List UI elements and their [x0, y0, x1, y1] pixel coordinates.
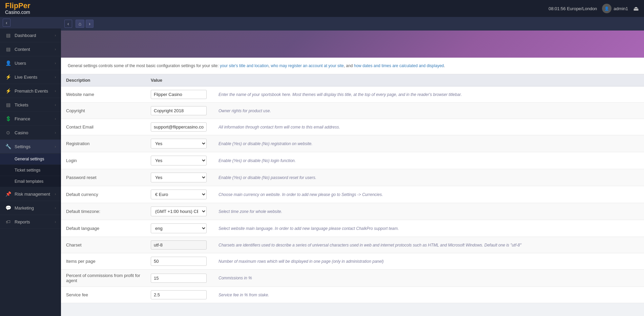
sidebar-label-prematch: Prematch Events — [15, 88, 48, 94]
row-value-1[interactable] — [146, 103, 213, 119]
avatar: 👤 — [602, 4, 611, 13]
row-hint-4: Enable (Yes) or disable (No) login funct… — [213, 152, 644, 169]
row-hint-5: Enable (Yes) or disable (No) password re… — [213, 169, 644, 186]
header-time: 08:01:56 Europe/London — [548, 6, 597, 11]
row-hint-2: All information through contact form wil… — [213, 119, 644, 135]
breadcrumb-collapse-btn[interactable]: ‹ — [64, 20, 72, 28]
content-area: General settings controls some of the mo… — [61, 58, 644, 303]
row-value-9[interactable] — [146, 237, 213, 253]
row-hint-11: Commissions in % — [213, 270, 644, 287]
select-7[interactable]: (GMT +1:00 hours) CET(Cent — [151, 206, 207, 216]
sidebar-item-content[interactable]: ▤ Content › — [0, 42, 61, 56]
row-value-2[interactable] — [146, 119, 213, 135]
table-row: Default timezone:(GMT +1:00 hours) CET(C… — [61, 203, 644, 220]
table-row: Contact EmailAll information through con… — [61, 119, 644, 135]
select-8[interactable]: engdefr — [151, 223, 207, 233]
sidebar-item-risk-management[interactable]: 📌 Risk management › — [0, 187, 61, 201]
row-value-11[interactable] — [146, 270, 213, 287]
input-2[interactable] — [151, 122, 207, 132]
row-value-6[interactable]: € Euro$ USD£ GBP — [146, 186, 213, 203]
row-value-10[interactable] — [146, 253, 213, 270]
row-description-3: Registration — [61, 135, 146, 152]
sidebar-label-marketing: Marketing — [15, 205, 34, 211]
sidebar-nav: ▤ Dashboard › ▤ Content › 👤 Users › — [0, 28, 61, 316]
select-4[interactable]: YesNo — [151, 156, 207, 165]
main-content: ‹ ⌂ › General settings controls some of … — [61, 17, 644, 316]
row-value-8[interactable]: engdefr — [146, 220, 213, 237]
select-3[interactable]: YesNo — [151, 139, 207, 149]
sidebar-item-settings[interactable]: 🔧 Settings › — [0, 140, 61, 154]
body-wrap: ‹ ▤ Dashboard › ▤ Content › — [0, 17, 644, 316]
sidebar: ‹ ▤ Dashboard › ▤ Content › — [0, 17, 61, 316]
table-row: Website nameEnter the name of your sport… — [61, 86, 644, 103]
input-12[interactable] — [151, 290, 207, 299]
table-row: Default languageengdefrSelect website ma… — [61, 220, 644, 237]
input-1[interactable] — [151, 106, 207, 115]
breadcrumb-forward-btn[interactable]: › — [86, 20, 94, 28]
row-hint-6: Choose main currency on website. In orde… — [213, 186, 644, 203]
intro-link-title[interactable]: your site's title and location — [220, 63, 269, 68]
row-hint-12: Service fee in % from stake. — [213, 287, 644, 303]
sidebar-item-reports[interactable]: 🏷 Reports › — [0, 215, 61, 229]
logo: FlipPer Casino.com — [5, 2, 30, 15]
sidebar-item-tickets[interactable]: ▤ Tickets › — [0, 98, 61, 112]
sidebar-label-tickets: Tickets — [15, 102, 28, 107]
sidebar-collapse-btn[interactable]: ‹ — [3, 19, 11, 27]
input-9[interactable] — [151, 240, 207, 250]
header-user: 👤 admin1 — [602, 4, 628, 13]
sidebar-subitem-ticket-settings[interactable]: Ticket settings — [0, 165, 61, 176]
input-11[interactable] — [151, 274, 207, 283]
content-icon: ▤ — [5, 46, 11, 52]
input-0[interactable] — [151, 90, 207, 99]
table-row: Default currency€ Euro$ USD£ GBPChoose m… — [61, 186, 644, 203]
intro-link-dates[interactable]: how dates and times are calculated and d… — [354, 63, 444, 68]
row-value-5[interactable]: YesNo — [146, 169, 213, 186]
row-value-4[interactable]: YesNo — [146, 152, 213, 169]
prematch-arrow: › — [55, 89, 56, 93]
sidebar-item-live-events[interactable]: ⚡ Live Events › — [0, 70, 61, 84]
sidebar-item-marketing[interactable]: 💬 Marketing › — [0, 201, 61, 215]
sidebar-item-finance[interactable]: 💲 Finance › — [0, 112, 61, 126]
row-value-3[interactable]: YesNo — [146, 135, 213, 152]
row-description-1: Copyright — [61, 103, 146, 119]
intro-link-register[interactable]: who may register an account at your site — [271, 63, 344, 68]
casino-arrow: › — [55, 131, 56, 135]
row-description-11: Percent of commissions from profit for a… — [61, 270, 146, 287]
sidebar-subitem-email-templates[interactable]: Email templates — [0, 176, 61, 187]
sidebar-item-casino[interactable]: ⊙ Casino › — [0, 126, 61, 140]
casino-icon: ⊙ — [5, 130, 11, 135]
select-6[interactable]: € Euro$ USD£ GBP — [151, 190, 207, 199]
finance-icon: 💲 — [5, 116, 11, 121]
table-row: Percent of commissions from profit for a… — [61, 270, 644, 287]
sidebar-item-dashboard[interactable]: ▤ Dashboard › — [0, 28, 61, 42]
row-hint-8: Select website main language. In order t… — [213, 220, 644, 237]
breadcrumb-home-btn[interactable]: ⌂ — [76, 20, 84, 28]
row-hint-10: Number of maximum rows which will be dis… — [213, 253, 644, 270]
col-value: Value — [146, 74, 213, 86]
logout-icon[interactable]: ⏏ — [633, 5, 639, 12]
sidebar-label-finance: Finance — [15, 116, 30, 121]
input-10[interactable] — [151, 257, 207, 266]
sidebar-item-users[interactable]: 👤 Users › — [0, 56, 61, 70]
col-description: Description — [61, 74, 146, 86]
row-value-0[interactable] — [146, 86, 213, 103]
header: FlipPer Casino.com 08:01:56 Europe/Londo… — [0, 0, 644, 17]
sidebar-subitem-general-settings[interactable]: General settings — [0, 154, 61, 165]
settings-icon: 🔧 — [5, 144, 11, 149]
row-value-7[interactable]: (GMT +1:00 hours) CET(Cent — [146, 203, 213, 220]
sidebar-label-dashboard: Dashboard — [15, 33, 36, 38]
row-value-12[interactable] — [146, 287, 213, 303]
row-description-2: Contact Email — [61, 119, 146, 135]
row-description-4: Login — [61, 152, 146, 169]
header-right: 08:01:56 Europe/London 👤 admin1 ⏏ — [548, 4, 639, 13]
marketing-icon: 💬 — [5, 205, 11, 211]
live-events-arrow: › — [55, 75, 56, 79]
dashboard-icon: ▤ — [5, 33, 11, 38]
select-5[interactable]: YesNo — [151, 173, 207, 182]
sidebar-item-prematch[interactable]: ⚡ Prematch Events › — [0, 84, 61, 98]
reports-icon: 🏷 — [5, 219, 11, 224]
tickets-arrow: › — [55, 103, 56, 107]
tickets-icon: ▤ — [5, 102, 11, 107]
dashboard-arrow: › — [55, 34, 56, 37]
sidebar-label-risk: Risk management — [15, 192, 50, 197]
